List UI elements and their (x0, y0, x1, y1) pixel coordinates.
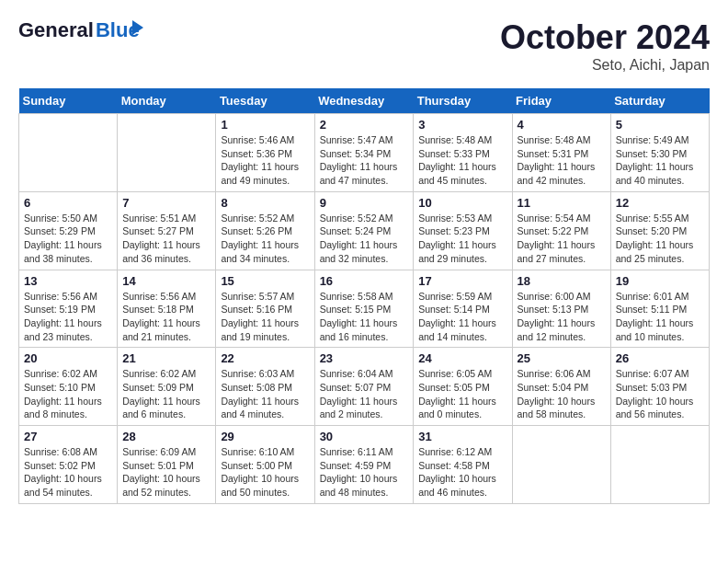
month-title: October 2024 (500, 18, 710, 57)
day-of-week-header: Tuesday (216, 88, 314, 114)
calendar-week-row: 20Sunrise: 6:02 AMSunset: 5:10 PMDayligh… (19, 348, 710, 426)
calendar-cell (512, 426, 610, 504)
calendar-cell: 29Sunrise: 6:10 AMSunset: 5:00 PMDayligh… (216, 426, 314, 504)
day-info: Sunrise: 6:09 AMSunset: 5:01 PMDaylight:… (122, 445, 210, 500)
location: Seto, Aichi, Japan (500, 57, 710, 74)
calendar-cell: 5Sunrise: 5:49 AMSunset: 5:30 PMDaylight… (610, 114, 709, 192)
day-number: 21 (122, 351, 210, 365)
calendar-cell: 2Sunrise: 5:47 AMSunset: 5:34 PMDaylight… (314, 114, 414, 192)
calendar-cell: 14Sunrise: 5:56 AMSunset: 5:18 PMDayligh… (118, 270, 216, 348)
calendar-cell: 23Sunrise: 6:04 AMSunset: 5:07 PMDayligh… (314, 348, 414, 426)
calendar-cell (19, 114, 118, 192)
calendar-cell: 16Sunrise: 5:58 AMSunset: 5:15 PMDayligh… (314, 270, 414, 348)
day-of-week-header: Wednesday (314, 88, 414, 114)
calendar-cell: 15Sunrise: 5:57 AMSunset: 5:16 PMDayligh… (216, 270, 314, 348)
calendar-cell: 17Sunrise: 5:59 AMSunset: 5:14 PMDayligh… (414, 270, 512, 348)
day-number: 17 (418, 274, 506, 288)
calendar-cell: 27Sunrise: 6:08 AMSunset: 5:02 PMDayligh… (19, 426, 118, 504)
day-info: Sunrise: 5:55 AMSunset: 5:20 PMDaylight:… (616, 212, 704, 266)
day-info: Sunrise: 5:50 AMSunset: 5:29 PMDaylight:… (24, 212, 112, 266)
day-number: 27 (24, 430, 112, 443)
day-number: 26 (616, 351, 704, 365)
day-info: Sunrise: 5:56 AMSunset: 5:18 PMDaylight:… (122, 290, 210, 344)
day-number: 15 (221, 274, 309, 288)
day-number: 24 (418, 351, 506, 365)
day-info: Sunrise: 6:07 AMSunset: 5:03 PMDaylight:… (616, 367, 704, 421)
calendar-table: SundayMondayTuesdayWednesdayThursdayFrid… (18, 88, 710, 504)
calendar-cell: 20Sunrise: 6:02 AMSunset: 5:10 PMDayligh… (19, 348, 118, 426)
day-number: 28 (122, 430, 210, 443)
day-info: Sunrise: 6:08 AMSunset: 5:02 PMDaylight:… (24, 445, 112, 500)
day-info: Sunrise: 5:53 AMSunset: 5:23 PMDaylight:… (418, 212, 506, 266)
day-info: Sunrise: 5:56 AMSunset: 5:19 PMDaylight:… (24, 290, 112, 344)
day-number: 2 (320, 118, 409, 132)
calendar-cell: 10Sunrise: 5:53 AMSunset: 5:23 PMDayligh… (414, 191, 512, 270)
day-of-week-header: Thursday (414, 88, 512, 114)
logo: General Blue (18, 18, 140, 42)
calendar-cell (610, 426, 709, 504)
day-number: 30 (320, 430, 409, 443)
calendar-cell: 3Sunrise: 5:48 AMSunset: 5:33 PMDaylight… (414, 114, 512, 192)
day-number: 25 (518, 351, 606, 365)
calendar-cell: 31Sunrise: 6:12 AMSunset: 4:58 PMDayligh… (414, 426, 512, 504)
day-of-week-header: Monday (118, 88, 216, 114)
day-info: Sunrise: 5:59 AMSunset: 5:14 PMDaylight:… (418, 290, 506, 344)
day-info: Sunrise: 5:51 AMSunset: 5:27 PMDaylight:… (122, 212, 210, 266)
calendar-week-row: 6Sunrise: 5:50 AMSunset: 5:29 PMDaylight… (19, 191, 710, 270)
day-number: 16 (320, 274, 409, 288)
day-of-week-header: Friday (512, 88, 610, 114)
day-info: Sunrise: 5:52 AMSunset: 5:26 PMDaylight:… (221, 212, 309, 266)
day-info: Sunrise: 6:04 AMSunset: 5:07 PMDaylight:… (320, 367, 409, 421)
calendar-cell: 12Sunrise: 5:55 AMSunset: 5:20 PMDayligh… (610, 191, 709, 270)
day-info: Sunrise: 5:58 AMSunset: 5:15 PMDaylight:… (320, 290, 409, 344)
calendar-week-row: 13Sunrise: 5:56 AMSunset: 5:19 PMDayligh… (19, 270, 710, 348)
calendar-cell: 18Sunrise: 6:00 AMSunset: 5:13 PMDayligh… (512, 270, 610, 348)
calendar-cell: 13Sunrise: 5:56 AMSunset: 5:19 PMDayligh… (19, 270, 118, 348)
day-number: 18 (518, 274, 606, 288)
day-number: 12 (616, 196, 704, 210)
day-info: Sunrise: 5:57 AMSunset: 5:16 PMDaylight:… (221, 290, 309, 344)
day-of-week-header: Saturday (610, 88, 709, 114)
day-number: 14 (122, 274, 210, 288)
calendar-week-row: 1Sunrise: 5:46 AMSunset: 5:36 PMDaylight… (19, 114, 710, 192)
day-info: Sunrise: 5:54 AMSunset: 5:22 PMDaylight:… (518, 212, 606, 266)
day-info: Sunrise: 5:48 AMSunset: 5:33 PMDaylight:… (418, 133, 506, 188)
day-number: 31 (418, 430, 506, 443)
calendar-cell: 25Sunrise: 6:06 AMSunset: 5:04 PMDayligh… (512, 348, 610, 426)
calendar-body: 1Sunrise: 5:46 AMSunset: 5:36 PMDaylight… (19, 114, 710, 504)
day-info: Sunrise: 5:52 AMSunset: 5:24 PMDaylight:… (320, 212, 409, 266)
calendar-cell: 21Sunrise: 6:02 AMSunset: 5:09 PMDayligh… (118, 348, 216, 426)
day-number: 10 (418, 196, 506, 210)
day-info: Sunrise: 6:05 AMSunset: 5:05 PMDaylight:… (418, 367, 506, 421)
day-number: 7 (122, 196, 210, 210)
day-info: Sunrise: 5:47 AMSunset: 5:34 PMDaylight:… (320, 133, 409, 188)
calendar-cell: 6Sunrise: 5:50 AMSunset: 5:29 PMDaylight… (19, 191, 118, 270)
calendar-cell: 28Sunrise: 6:09 AMSunset: 5:01 PMDayligh… (118, 426, 216, 504)
day-info: Sunrise: 5:49 AMSunset: 5:30 PMDaylight:… (616, 133, 704, 188)
day-info: Sunrise: 5:48 AMSunset: 5:31 PMDaylight:… (518, 133, 606, 188)
day-info: Sunrise: 6:00 AMSunset: 5:13 PMDaylight:… (518, 290, 606, 344)
day-number: 22 (221, 351, 309, 365)
day-number: 23 (320, 351, 409, 365)
page-header: General Blue October 2024 Seto, Aichi, J… (18, 18, 710, 74)
day-info: Sunrise: 5:46 AMSunset: 5:36 PMDaylight:… (221, 133, 309, 188)
day-number: 4 (518, 118, 606, 132)
day-of-week-header: Sunday (19, 88, 118, 114)
calendar-cell: 7Sunrise: 5:51 AMSunset: 5:27 PMDaylight… (118, 191, 216, 270)
day-number: 8 (221, 196, 309, 210)
day-info: Sunrise: 6:03 AMSunset: 5:08 PMDaylight:… (221, 367, 309, 421)
day-info: Sunrise: 6:12 AMSunset: 4:58 PMDaylight:… (418, 445, 506, 500)
day-info: Sunrise: 6:02 AMSunset: 5:09 PMDaylight:… (122, 367, 210, 421)
title-block: October 2024 Seto, Aichi, Japan (500, 18, 710, 74)
calendar-cell: 4Sunrise: 5:48 AMSunset: 5:31 PMDaylight… (512, 114, 610, 192)
calendar-week-row: 27Sunrise: 6:08 AMSunset: 5:02 PMDayligh… (19, 426, 710, 504)
calendar-cell: 8Sunrise: 5:52 AMSunset: 5:26 PMDaylight… (216, 191, 314, 270)
calendar-header-row: SundayMondayTuesdayWednesdayThursdayFrid… (19, 88, 710, 114)
calendar-cell: 9Sunrise: 5:52 AMSunset: 5:24 PMDaylight… (314, 191, 414, 270)
calendar-cell: 22Sunrise: 6:03 AMSunset: 5:08 PMDayligh… (216, 348, 314, 426)
calendar-cell: 1Sunrise: 5:46 AMSunset: 5:36 PMDaylight… (216, 114, 314, 192)
day-number: 6 (24, 196, 112, 210)
day-number: 13 (24, 274, 112, 288)
day-info: Sunrise: 6:11 AMSunset: 4:59 PMDaylight:… (320, 445, 409, 500)
day-info: Sunrise: 6:06 AMSunset: 5:04 PMDaylight:… (518, 367, 606, 421)
